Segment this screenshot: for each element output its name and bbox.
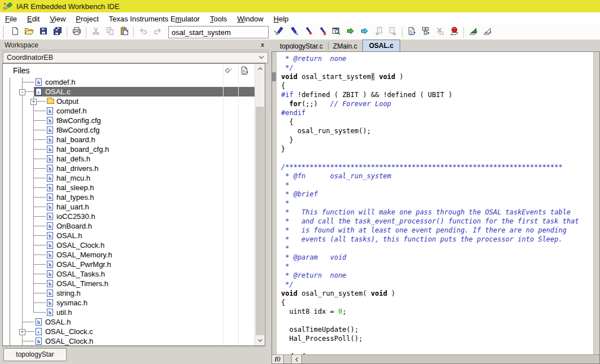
compile-icon: 0110 bbox=[408, 27, 417, 38]
function-list-button[interactable]: f() bbox=[272, 355, 284, 363]
tree-item-osal-clock-c[interactable]: +cOSAL_Clock.c bbox=[3, 327, 255, 336]
menu-texas-instruments-emulator[interactable]: Texas Instruments Emulator bbox=[104, 14, 205, 24]
cut-button bbox=[89, 26, 103, 39]
toolbar-grip-handle[interactable] bbox=[3, 27, 6, 38]
scrollbar-thumb[interactable] bbox=[256, 107, 264, 335]
tree-item-comdef-h[interactable]: hcomdef.h bbox=[3, 106, 255, 116]
tree-item-hal-board-h[interactable]: hhal_board.h bbox=[3, 135, 255, 144]
tree-item-osal-pwrmgr-h[interactable]: hOSAL_PwrMgr.h bbox=[3, 260, 255, 269]
tree-item-osal-h[interactable]: hOSAL.h bbox=[3, 317, 255, 327]
scrollbar-down-icon[interactable] bbox=[255, 336, 265, 345]
save-all-button[interactable] bbox=[50, 26, 64, 39]
tree-item-f8wcoord-cfg[interactable]: hf8wCoord.cfg bbox=[3, 125, 255, 135]
quick-search-combo[interactable] bbox=[168, 26, 269, 38]
scrollbar-track[interactable] bbox=[302, 355, 599, 363]
tree-item-hal-mcu-h[interactable]: hhal_mcu.h bbox=[3, 173, 255, 183]
expand-icon[interactable]: + bbox=[19, 329, 25, 335]
tree-branch-line bbox=[34, 187, 46, 188]
tree-item-label: OSAL_Tasks.h bbox=[56, 270, 105, 278]
search-previous-button[interactable] bbox=[273, 26, 287, 39]
tree-item-f8wconfig-cfg[interactable]: hf8wConfig.cfg bbox=[3, 116, 255, 125]
editor-tab-zmain-c[interactable]: ZMain.c bbox=[328, 41, 362, 51]
tree-item-sysmac-h[interactable]: hsysmac.h bbox=[3, 298, 255, 308]
tree-item-osal-c[interactable]: -cOSAL.c bbox=[3, 87, 255, 97]
quick-search-input[interactable] bbox=[169, 28, 274, 37]
tree-item-osal-memory-h[interactable]: hOSAL_Memory.h bbox=[3, 250, 255, 260]
tree-item-osal-clock-h[interactable]: hOSAL_Clock.h bbox=[3, 240, 255, 250]
navigate-back-icon bbox=[374, 27, 383, 38]
menu-window[interactable]: Window bbox=[232, 14, 268, 24]
compile-button[interactable]: 0110 bbox=[405, 26, 419, 39]
print-button[interactable] bbox=[69, 26, 84, 39]
scroll-left-icon[interactable] bbox=[292, 355, 302, 363]
navigate-goto-button[interactable] bbox=[357, 26, 371, 39]
tree-guide-line bbox=[10, 106, 10, 116]
editor-tab-topologystar-c[interactable]: topologyStar.c bbox=[275, 41, 328, 51]
stop-build-button bbox=[433, 26, 447, 39]
output-column-icon[interactable]: 0110 bbox=[240, 66, 249, 75]
menu-tools[interactable]: Tools bbox=[205, 14, 232, 24]
expand-icon[interactable]: + bbox=[30, 99, 37, 105]
tree-guide-line bbox=[22, 106, 23, 116]
download-and-debug-button[interactable] bbox=[466, 26, 480, 39]
tree-item-osal-clock-h[interactable]: hOSAL_Clock.h bbox=[3, 336, 255, 345]
tree-guide-line bbox=[10, 231, 10, 240]
tree-guide-line bbox=[10, 87, 10, 97]
goto-bookmark-button[interactable] bbox=[315, 26, 329, 39]
workspace-panel-title: Workspace bbox=[5, 41, 38, 49]
menu-file[interactable]: File bbox=[0, 14, 22, 24]
menu-edit[interactable]: Edit bbox=[22, 14, 45, 24]
code-line: * This function will make one pass throu… bbox=[281, 208, 593, 217]
tree-item-hal-types-h[interactable]: hhal_types.h bbox=[3, 192, 255, 202]
code-line: * @brief bbox=[281, 190, 593, 199]
tree-item-hal-drivers-h[interactable]: hhal_drivers.h bbox=[3, 164, 255, 173]
tree-item-hal-defs-h[interactable]: hhal_defs.h bbox=[3, 154, 255, 164]
open-file-button[interactable] bbox=[22, 26, 36, 39]
find-dialog-button[interactable] bbox=[329, 26, 343, 39]
menu-help[interactable]: Help bbox=[269, 14, 294, 24]
editor-tab-osal-c[interactable]: OSAL.c bbox=[362, 40, 400, 51]
navigate-forward-button[interactable] bbox=[343, 26, 357, 39]
splitter-box[interactable] bbox=[284, 355, 292, 363]
scrollbar-up-icon[interactable] bbox=[255, 64, 265, 73]
tree-item-onboard-h[interactable]: hOnBoard.h bbox=[3, 221, 255, 231]
editor-vertical-scrollbar[interactable] bbox=[593, 52, 599, 355]
tree-item-iocc2530-h[interactable]: hioCC2530.h bbox=[3, 212, 255, 221]
workspace-vertical-scrollbar[interactable] bbox=[255, 64, 265, 345]
tree-item-osal-tasks-h[interactable]: hOSAL_Tasks.h bbox=[3, 269, 255, 279]
tree-item-osal-timers-h[interactable]: hOSAL_Timers.h bbox=[3, 279, 255, 288]
tree-item-osal-h[interactable]: hOSAL.h bbox=[3, 231, 255, 240]
tree-item-string-h[interactable]: hstring.h bbox=[3, 288, 255, 298]
tree-guide-line bbox=[10, 192, 10, 202]
toggle-bookmark-button[interactable] bbox=[301, 26, 315, 39]
editor-gutter[interactable] bbox=[272, 52, 277, 355]
make-button[interactable]: 010 bbox=[419, 26, 433, 39]
file-icon-h: h bbox=[47, 270, 53, 278]
folder-icon bbox=[47, 99, 54, 104]
code-editor[interactable]: * @return none */void osal_start_system(… bbox=[277, 52, 593, 355]
menu-project[interactable]: Project bbox=[71, 14, 103, 24]
build-options-column-icon[interactable] bbox=[224, 66, 233, 75]
tree-item-util-h[interactable]: hutil.h bbox=[3, 308, 255, 317]
toggle-breakpoint-button[interactable] bbox=[447, 26, 461, 39]
tree-item-comdef-h[interactable]: hcomdef.h bbox=[3, 77, 255, 87]
search-next-button[interactable] bbox=[287, 26, 301, 39]
paste-button[interactable] bbox=[117, 26, 131, 39]
debug-without-downloading-button[interactable] bbox=[480, 26, 494, 39]
collapse-icon[interactable]: - bbox=[19, 89, 25, 95]
save-button[interactable] bbox=[36, 26, 50, 39]
tree-item-hal-sleep-h[interactable]: hhal_sleep.h bbox=[3, 183, 255, 192]
new-document-button[interactable] bbox=[8, 26, 22, 39]
menu-view[interactable]: View bbox=[45, 14, 71, 24]
workspace-tab-strip: topologyStar bbox=[2, 347, 265, 361]
tree-item-label: comdef.h bbox=[56, 107, 86, 115]
workspace-close-icon[interactable]: x bbox=[259, 41, 266, 49]
tree-item-output[interactable]: +Output bbox=[3, 97, 255, 106]
tree-guide-line bbox=[22, 183, 23, 192]
workspace-tab-topologystar[interactable]: topologyStar bbox=[3, 348, 67, 361]
tree-item-hal-uart-h[interactable]: hhal_uart.h bbox=[3, 202, 255, 212]
tree-guide-line bbox=[10, 125, 10, 135]
configuration-combo[interactable]: CoordinatorEB bbox=[3, 52, 268, 63]
tree-item-hal-board-cfg-h[interactable]: hhal_board_cfg.h bbox=[3, 144, 255, 154]
configuration-value: CoordinatorEB bbox=[7, 54, 53, 62]
